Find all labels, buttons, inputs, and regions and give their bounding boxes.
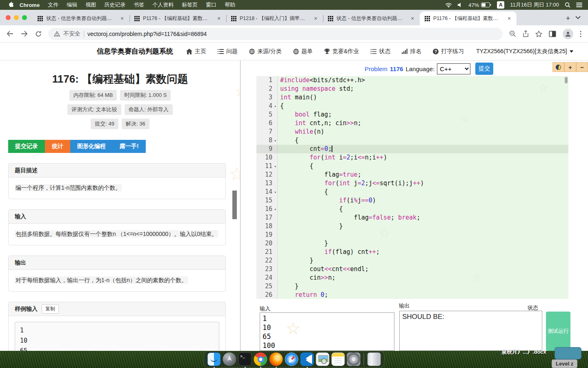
forward-icon[interactable] bbox=[21, 31, 28, 37]
test-output-box[interactable]: SHOULD BE: bbox=[399, 311, 542, 351]
sample-title-text: 样例输入 bbox=[15, 305, 38, 313]
close-icon[interactable]: × bbox=[409, 15, 416, 22]
editor-scrollbar-thumb[interactable] bbox=[565, 77, 568, 83]
desktop-doc-filename[interactable]: 泉映月》...》.docx bbox=[501, 348, 546, 356]
site-favicon-icon bbox=[425, 16, 430, 21]
nav-item-问题[interactable]: 问题 bbox=[212, 48, 243, 55]
volume-icon[interactable] bbox=[458, 2, 463, 7]
menubar-menu[interactable]: 历史记录 bbox=[100, 2, 129, 8]
browser-tab[interactable]: P1218 - 【编程入门】摘苹果 - (× bbox=[226, 11, 323, 25]
url-omnibox[interactable]: 不安全 vectoroj.com/problem.php?id=1176&sid… bbox=[48, 28, 503, 40]
close-icon[interactable]: × bbox=[506, 15, 512, 22]
dock-firefox-icon[interactable] bbox=[270, 352, 283, 366]
font-increase-button[interactable]: + bbox=[564, 62, 576, 72]
action-button-图形化编程[interactable]: 图形化编程 bbox=[70, 140, 113, 153]
menubar-menu[interactable]: 窗口 bbox=[202, 2, 220, 8]
code-line: 5 bool flag; bbox=[256, 110, 568, 119]
input-method-badge[interactable]: A bbox=[497, 1, 504, 9]
test-run-button[interactable]: 测试运行 bbox=[546, 312, 570, 351]
browser-tab[interactable]: P1176 - 【编程基础】素数问题× bbox=[420, 11, 517, 25]
language-select[interactable]: C++ bbox=[437, 63, 470, 74]
share-icon[interactable] bbox=[523, 30, 529, 37]
dock-preview-icon[interactable] bbox=[316, 352, 330, 366]
screen: Chrome 文件编辑视图历史记录书签个人资料标签页窗口帮助 47% A 11月… bbox=[0, 0, 588, 368]
browser-menu-kebab-icon[interactable] bbox=[580, 31, 581, 37]
panel-divider bbox=[240, 61, 241, 351]
dock-terminal-icon[interactable] bbox=[238, 352, 252, 366]
nav-item-竞赛&作业[interactable]: 竞赛&作业 bbox=[318, 48, 365, 55]
dock-safari-icon[interactable] bbox=[285, 352, 298, 366]
problem-badge: 提交: 49 bbox=[91, 119, 118, 129]
code-line: 3int main() bbox=[256, 93, 568, 102]
left-scrollbar-thumb[interactable] bbox=[232, 191, 237, 219]
dock-launchpad-icon[interactable] bbox=[223, 352, 236, 366]
tab-search-chevron-icon[interactable] bbox=[575, 16, 581, 19]
menubar-menu[interactable]: 帮助 bbox=[220, 2, 239, 8]
tab-title: 状态 - 信息学奥赛自动判题系统 bbox=[46, 15, 116, 22]
dock-chrome-icon[interactable] bbox=[254, 352, 267, 366]
close-icon[interactable]: × bbox=[312, 15, 319, 22]
menubar-menu[interactable]: 书签 bbox=[129, 2, 148, 8]
new-tab-button[interactable]: + bbox=[562, 13, 574, 24]
menubar-menu[interactable]: 个人资料 bbox=[148, 2, 178, 8]
nav-item-label: 来源/分类 bbox=[257, 48, 282, 55]
control-center-icon[interactable] bbox=[576, 2, 582, 7]
security-label[interactable]: 不安全 bbox=[63, 30, 80, 38]
nav-item-排名[interactable]: 排名 bbox=[396, 48, 427, 55]
apple-logo-icon[interactable] bbox=[5, 2, 16, 9]
copy-button[interactable]: 复制 bbox=[42, 304, 59, 314]
problem-title: 1176: 【编程基础】素数问题 bbox=[0, 72, 240, 86]
user-dropdown[interactable]: TYZX2566(TYZX2566)[太炎信奥25] bbox=[476, 48, 573, 55]
submit-button[interactable]: 提交 bbox=[475, 63, 493, 75]
zoom-window-button[interactable] bbox=[22, 15, 27, 20]
font-decrease-button[interactable]: − bbox=[576, 62, 588, 72]
wifi-icon[interactable] bbox=[445, 2, 452, 8]
action-button-露一手![interactable]: 露一手! bbox=[113, 140, 146, 153]
nav-item-主页[interactable]: 主页 bbox=[180, 48, 212, 55]
site-favicon-icon bbox=[328, 16, 333, 21]
menubar-menu[interactable]: 视图 bbox=[81, 2, 100, 8]
menubar-menu[interactable]: 标签页 bbox=[178, 2, 202, 8]
menubar-menu[interactable]: 文件 bbox=[44, 2, 62, 8]
dock-settings-icon[interactable] bbox=[347, 352, 361, 366]
bookmark-star-icon[interactable] bbox=[535, 31, 542, 37]
minimize-window-button[interactable] bbox=[14, 15, 19, 20]
action-button-提交记录[interactable]: 提交记录 bbox=[8, 140, 45, 153]
sidepanel-icon[interactable] bbox=[549, 31, 556, 37]
nav-item-状态[interactable]: 状态 bbox=[365, 48, 396, 55]
site-brand[interactable]: 信息学奥赛自动判题系统 bbox=[97, 47, 173, 56]
browser-tab[interactable]: 状态 - 信息学奥赛自动判题系统× bbox=[33, 11, 129, 25]
close-window-button[interactable] bbox=[6, 15, 11, 20]
code-editor[interactable]: ☆ ☆ ☆ ☆ 1#include<bits/stdc++.h>2using n… bbox=[256, 76, 568, 299]
reload-icon[interactable] bbox=[35, 31, 42, 37]
zoom-out-icon[interactable] bbox=[509, 30, 516, 37]
nav-item-打字练习[interactable]: ?打字练习 bbox=[427, 48, 470, 55]
dock-finder-icon[interactable] bbox=[207, 352, 221, 366]
browser-tab[interactable]: 状态 - 信息学奥赛自动判题系统× bbox=[323, 11, 420, 25]
menubar-menu[interactable]: 编辑 bbox=[62, 2, 81, 8]
menubar-clock[interactable]: 11月16日 周日 17:00 bbox=[510, 1, 559, 9]
sample-code-block[interactable]: 1 10 65 bbox=[15, 322, 219, 351]
profile-avatar[interactable] bbox=[563, 29, 573, 39]
close-icon[interactable]: × bbox=[119, 15, 125, 22]
code-line: 2using namespace std; bbox=[256, 85, 568, 93]
spotlight-search-icon[interactable] bbox=[565, 2, 570, 8]
dock-vscode-icon[interactable] bbox=[301, 352, 314, 366]
nav-item-题单[interactable]: 题单 bbox=[287, 48, 318, 55]
dock-trash-icon[interactable] bbox=[368, 352, 381, 366]
problem-number[interactable]: 1176 bbox=[390, 65, 403, 72]
back-icon[interactable] bbox=[7, 31, 13, 37]
browser-tab[interactable]: P1176 - 【编程基础】素数问题× bbox=[129, 11, 226, 25]
nav-item-来源/分类[interactable]: 来源/分类 bbox=[243, 48, 287, 55]
test-input-textarea[interactable] bbox=[260, 312, 394, 351]
close-icon[interactable]: × bbox=[216, 15, 222, 22]
menubar-app-name[interactable]: Chrome bbox=[16, 2, 44, 8]
battery-indicator[interactable]: 47% bbox=[468, 2, 491, 8]
problem-link[interactable]: Problem bbox=[365, 65, 388, 72]
url-text[interactable]: vectoroj.com/problem.php?id=1176&sid=868… bbox=[87, 31, 207, 37]
dock-notes-icon[interactable] bbox=[332, 352, 345, 366]
line-number: 15 bbox=[256, 196, 278, 205]
action-button-统计[interactable]: 统计 bbox=[45, 140, 70, 153]
code-line: 26 return 0; bbox=[256, 291, 568, 299]
theme-toggle-button[interactable] bbox=[552, 62, 564, 72]
